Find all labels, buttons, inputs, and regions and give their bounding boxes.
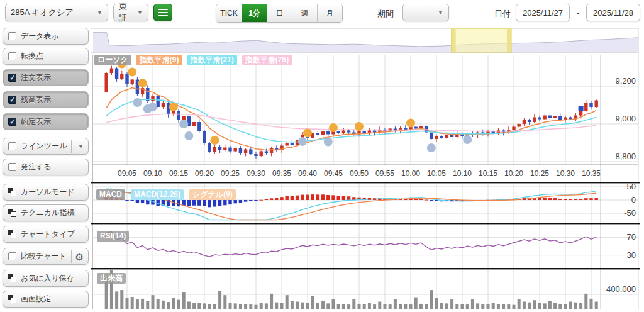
time-axis-label: 10:05: [427, 169, 446, 178]
price-legend: ローソク指数平滑(9)指数平滑(21)指数平滑(75): [94, 55, 292, 65]
list-icon: [158, 9, 168, 16]
time-axis-label: 09:25: [221, 169, 240, 178]
time-axis-label: 10:15: [479, 169, 497, 178]
macd-axis-label: 0: [631, 195, 636, 204]
cascade-windows-icon: [8, 188, 16, 196]
rsi-axis-label: 70: [627, 232, 636, 242]
balance-marker: [298, 137, 307, 146]
time-axis-label: 09:05: [118, 169, 136, 178]
interval-button-day[interactable]: 日: [267, 4, 292, 22]
button-label: チャートタイプ: [21, 229, 75, 240]
balance-marker: [463, 135, 472, 144]
chevron-down-icon: ▼: [438, 9, 443, 16]
balance-marker: [133, 98, 142, 107]
balance-marker: [148, 103, 157, 111]
price-series-badge: 指数平滑(75): [242, 55, 292, 65]
macd-series-badge: MACD: [96, 189, 125, 200]
navigator-handle-left[interactable]: [452, 28, 456, 52]
interval-button-month[interactable]: 月: [317, 4, 342, 22]
toggle-turning-point[interactable]: 転換点: [3, 48, 89, 65]
date-range-tilde: ~: [575, 8, 580, 18]
divider: [71, 250, 72, 263]
cascade-windows-icon: [8, 295, 16, 303]
toggle-place-order[interactable]: 発注する: [3, 159, 89, 176]
period-select[interactable]: ▼: [402, 4, 449, 21]
market-select[interactable]: 東証 ▼: [113, 4, 148, 21]
cursor-mode-button[interactable]: カーソルモード: [3, 184, 89, 201]
toggle-data-display[interactable]: データ表示: [3, 28, 89, 45]
chevron-down-icon[interactable]: ▼: [78, 143, 84, 150]
checkbox-icon: [8, 142, 16, 150]
chart-type-button[interactable]: チャートタイプ: [3, 226, 89, 243]
symbol-list-button[interactable]: [153, 4, 172, 21]
toggle-label: 転換点: [21, 51, 43, 62]
toggle-label: 比較チャート: [21, 251, 67, 262]
volume-axis-label: 400,000: [606, 284, 636, 294]
gear-icon[interactable]: ⚙: [75, 252, 84, 261]
screen-settings-button[interactable]: 画面設定: [3, 291, 89, 308]
execution-marker: [355, 122, 364, 131]
execution-marker: [138, 79, 147, 87]
time-axis-label: 10:35: [582, 169, 601, 178]
toggle-label: 注文表示: [21, 72, 51, 83]
toggle-execution-display[interactable]: 約定表示: [3, 113, 89, 130]
navigator-handle-right[interactable]: [507, 28, 511, 52]
date-to-input[interactable]: 2025/11/28: [586, 4, 640, 21]
macd-axis-label: -50: [624, 208, 636, 218]
toggle-label: 発注する: [21, 162, 52, 172]
balance-marker: [179, 120, 188, 128]
checkbox-icon: [8, 252, 16, 260]
time-axis-label: 09:15: [169, 169, 188, 178]
rsi-axis-label: 30: [627, 250, 636, 260]
technical-indicator-button[interactable]: テクニカル指標: [3, 204, 89, 221]
time-axis-label: 10:20: [504, 169, 523, 178]
save-favorite-button[interactable]: お気に入り保存: [3, 270, 89, 287]
symbol-select-value: 285A キオクシア: [11, 7, 74, 18]
price-series-badge: 指数平滑(21): [187, 55, 237, 65]
interval-button-week[interactable]: 週: [292, 4, 317, 22]
interval-button-tick[interactable]: TICK: [216, 4, 242, 22]
toggle-order-display[interactable]: 注文表示: [3, 69, 89, 86]
toggle-compare-chart[interactable]: 比較チャート ⚙: [3, 248, 89, 265]
cascade-windows-icon: [8, 274, 16, 282]
time-axis-label: 10:10: [453, 169, 472, 178]
balance-marker: [324, 138, 333, 147]
date-from-value: 2025/11/27: [523, 8, 563, 18]
interval-button-1min[interactable]: 1分: [242, 4, 267, 22]
date-from-input[interactable]: 2025/11/27: [516, 4, 570, 21]
time-axis-label: 09:30: [247, 169, 265, 178]
price-series-badge: ローソク: [94, 55, 131, 65]
rsi-legend-badge: RSI(14): [97, 231, 129, 242]
checkbox-icon: [8, 96, 16, 104]
macd-series-badge: MACD(12,26): [131, 189, 184, 200]
execution-marker: [329, 123, 338, 132]
checkbox-icon: [8, 32, 16, 40]
time-axis-label: 09:50: [350, 169, 369, 178]
toggle-line-tool[interactable]: ラインツール ▼: [3, 138, 89, 155]
toggle-label: 約定表示: [21, 116, 51, 127]
date-to-value: 2025/11/28: [593, 8, 633, 18]
symbol-select[interactable]: 285A キオクシア ▼: [5, 4, 108, 21]
order-marker: [579, 106, 584, 111]
top-toolbar: 285A キオクシア ▼ 東証 ▼ TICK 1分 日 週 月 期間 ▼ 日付 …: [0, 0, 644, 26]
date-label: 日付: [494, 8, 511, 20]
chart-canvas[interactable]: 9,2009,0008,800500-507030400,00009:0509:…: [91, 26, 644, 312]
checkbox-icon: [8, 74, 16, 82]
price-axis-label: 8,800: [615, 152, 636, 161]
navigator-selection[interactable]: [452, 28, 511, 52]
button-label: カーソルモード: [21, 187, 74, 198]
divider: [71, 140, 72, 153]
chevron-down-icon: ▼: [97, 9, 103, 16]
time-axis-label: 10:00: [401, 169, 420, 178]
execution-marker: [303, 129, 312, 138]
checkbox-icon: [8, 52, 16, 60]
chart-area: 9,2009,0008,800500-507030400,00009:0509:…: [91, 26, 644, 312]
button-label: 画面設定: [21, 294, 51, 304]
execution-marker: [128, 68, 136, 77]
time-axis-label: 09:20: [195, 169, 214, 178]
stock-chart-window: { "toolbar": { "symbol_select": "285A キオ…: [0, 0, 644, 312]
time-axis-label: 09:10: [143, 169, 162, 178]
left-sidebar: データ表示 転換点 注文表示 残高表示 約定表示 ラインツール ▼ 発注する: [0, 26, 91, 312]
toggle-balance-display[interactable]: 残高表示: [3, 91, 89, 108]
price-axis-label: 9,000: [615, 114, 636, 123]
